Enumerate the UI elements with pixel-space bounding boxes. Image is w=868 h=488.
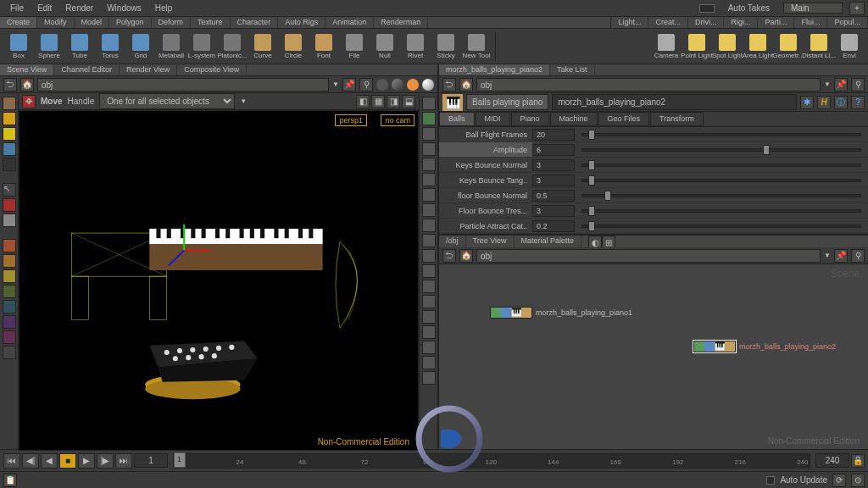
tool-icon[interactable] [3,198,16,212]
shelf-tab[interactable]: Model [75,17,110,28]
param-tab[interactable]: Piano [511,112,549,126]
param-tab[interactable]: Machine [550,112,598,126]
brain-icon[interactable]: ⊙ [851,474,865,487]
start-frame-input[interactable] [134,453,168,468]
vp-tool-icon[interactable] [422,127,436,141]
timeline-ruler[interactable]: 1 124487296120144168192216240 [173,453,810,469]
param-value-input[interactable] [532,159,575,171]
param-slider[interactable] [581,164,861,167]
tool-icon[interactable] [3,127,16,141]
network-tab[interactable]: /obj [439,236,466,247]
view-tab[interactable]: Composite View [177,64,247,75]
shelf-item[interactable]: Font [309,30,339,63]
help-icon[interactable]: ? [851,96,865,109]
shelf-tab[interactable]: Parti... [758,17,794,28]
vp-tool-icon[interactable] [422,249,436,263]
shelf-tab[interactable]: Popul... [827,17,868,28]
slider-thumb[interactable] [588,130,595,140]
take-dropdown[interactable]: Main [783,3,843,14]
update-icon[interactable]: ⟳ [832,474,846,487]
menu-file[interactable]: File [3,3,31,13]
shelf-item[interactable]: Rivet [400,30,431,63]
shelf-item[interactable]: Box [3,30,34,63]
shelf-item[interactable]: File [339,30,370,63]
param-slider[interactable] [581,148,861,152]
vp-tool-icon[interactable] [422,356,436,369]
param-slider[interactable] [581,194,861,197]
shelf-tab[interactable]: Modify [37,17,75,28]
tool-icon[interactable] [3,315,16,329]
param-value-input[interactable] [532,220,575,232]
home-icon[interactable]: 🏠 [459,78,473,92]
find-icon[interactable]: ⚲ [359,78,373,92]
shelf-item[interactable]: Grid [125,30,156,63]
take-list-tab[interactable]: Take List [550,64,595,75]
vp-tool-icon[interactable] [422,280,436,293]
move-tool-icon[interactable]: ✥ [22,95,36,108]
param-tab[interactable]: Transform [650,112,704,126]
first-frame-icon[interactable]: ⏮ [3,453,20,469]
view-tab[interactable]: Render View [120,64,177,75]
shelf-item[interactable]: Envi [834,30,865,63]
vp-tool-icon[interactable] [422,173,436,186]
home-icon[interactable]: 🏠 [459,249,473,263]
vp-tool-icon[interactable] [422,295,436,308]
shelf-item[interactable]: Geometr... [773,30,804,63]
tool-icon[interactable] [3,142,16,156]
gear-icon[interactable]: ✱ [800,96,814,109]
pin-icon[interactable]: 📌 [342,78,356,92]
slider-thumb[interactable] [604,191,611,201]
network-node[interactable]: 🎹morzh_balls_playing_piano1 [490,307,632,319]
shelf-item[interactable]: Distant Li... [804,30,834,63]
back-icon[interactable]: ⮌ [442,249,456,263]
network-path-input[interactable]: obj [476,249,821,263]
slider-thumb[interactable] [763,145,770,155]
takes-plus-icon[interactable]: + [849,2,865,15]
nocam-label[interactable]: no cam [381,114,415,126]
shade3-icon[interactable] [407,79,419,91]
vp-tool-icon[interactable] [422,264,436,278]
handle-select[interactable]: One for all selected objects [99,93,235,109]
network-node[interactable]: 🎹morzh_balls_playing_piano2 [693,341,836,352]
shade4-icon[interactable] [422,79,434,91]
param-value-input[interactable] [532,144,575,156]
status-icon[interactable]: 📋 [3,474,17,487]
param-slider[interactable] [581,133,861,136]
back-icon[interactable]: ⮌ [442,78,456,92]
shelf-item[interactable]: New Tool [461,30,492,63]
shelf-item[interactable]: Platonic... [217,30,248,63]
vp-tool-icon[interactable] [422,234,436,247]
shelf-tab[interactable]: Texture [191,17,231,28]
prev-frame-icon[interactable]: ◀| [22,453,39,469]
auto-takes-checkbox[interactable] [699,4,715,13]
shelf-item[interactable]: Sphere [34,30,64,63]
param-tab[interactable]: Balls [439,112,475,126]
shelf-tab[interactable]: Animation [326,17,374,28]
shelf-tab[interactable]: Deform [152,17,192,28]
shelf-item[interactable]: Point Light [682,30,712,63]
shelf-item[interactable]: Curve [248,30,278,63]
menu-render[interactable]: Render [58,3,100,13]
viewport-3d[interactable]: persp1 no cam [19,110,419,451]
param-value-input[interactable] [532,129,575,141]
vp-tool-icon[interactable] [422,325,436,339]
shelf-item[interactable]: Torus [95,30,125,63]
tool-icon[interactable] [3,330,16,344]
play-back-icon[interactable]: ◀ [41,453,58,469]
tool-icon[interactable] [3,158,16,171]
network-view[interactable]: Scene 🎹morzh_balls_playing_piano1🎹morzh_… [439,264,868,449]
camera-label[interactable]: persp1 [335,114,367,126]
shelf-item[interactable]: Sticky [431,30,461,63]
param-slider[interactable] [581,225,861,228]
slider-thumb[interactable] [588,206,595,216]
vp-icon[interactable]: ◨ [387,95,400,108]
menu-windows[interactable]: Windows [100,3,148,13]
shelf-item[interactable]: Metaball [156,30,186,63]
find-icon[interactable]: ⚲ [851,78,865,92]
view-tab[interactable]: Channel Editor [54,64,120,75]
arrow-icon[interactable]: ↖ [3,183,16,197]
tool-icon[interactable] [3,239,16,252]
vp-icon[interactable]: ⬓ [402,95,415,108]
shelf-tab[interactable]: Flui... [794,17,827,28]
shelf-item[interactable]: Area Light [743,30,773,63]
